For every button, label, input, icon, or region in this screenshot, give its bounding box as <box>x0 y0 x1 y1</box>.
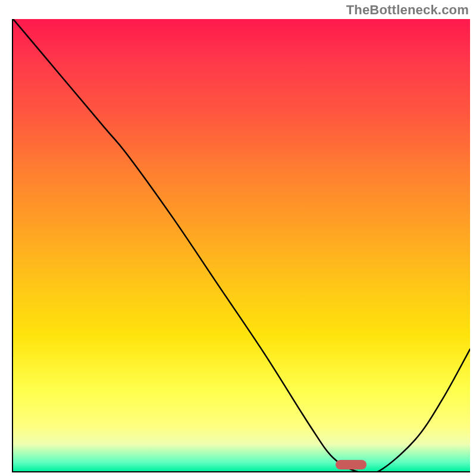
watermark-text: TheBottleneck.com <box>346 2 469 18</box>
chart-frame: TheBottleneck.com <box>0 0 476 476</box>
bottleneck-curve <box>13 19 470 471</box>
plot-area <box>12 19 470 472</box>
target-marker <box>336 460 367 469</box>
